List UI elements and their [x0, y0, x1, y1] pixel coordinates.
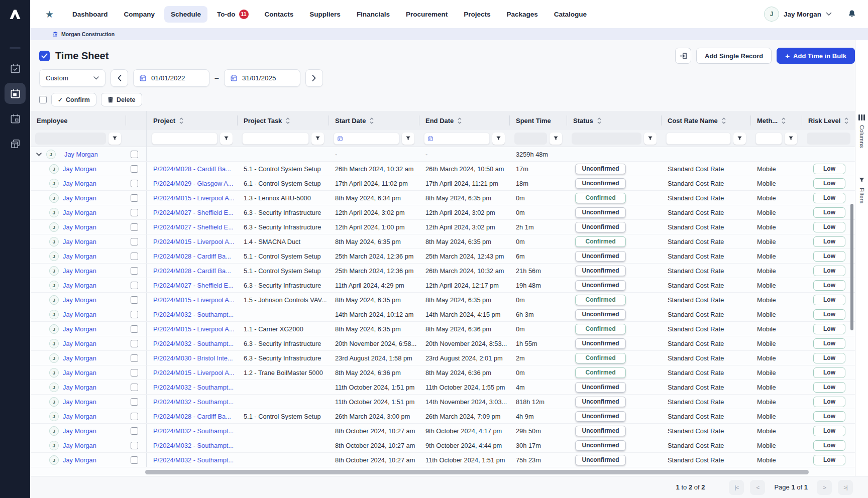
sidebar-item-schedule[interactable]: [5, 108, 26, 129]
filters-panel-toggle[interactable]: Filters: [858, 177, 865, 203]
project-task-filter-input[interactable]: [242, 133, 309, 145]
project-link[interactable]: P/2024/M028 - Cardiff Ba...: [153, 165, 231, 173]
columns-panel-toggle[interactable]: Columns: [858, 114, 865, 148]
row-checkbox[interactable]: [131, 253, 138, 260]
project-link[interactable]: P/2024/M027 - Sheffield E...: [153, 209, 234, 216]
project-filter-input[interactable]: [152, 133, 218, 145]
row-checkbox[interactable]: [131, 267, 138, 275]
employee-link[interactable]: Jay Morgan: [63, 340, 96, 347]
row-checkbox[interactable]: [131, 209, 138, 216]
project-link[interactable]: P/2024/M028 - Cardiff Ba...: [153, 267, 231, 275]
row-checkbox[interactable]: [131, 354, 138, 362]
pagination-last-button[interactable]: >|: [838, 480, 853, 495]
cost-rate-filter-funnel-button[interactable]: [733, 133, 746, 145]
employee-link[interactable]: Jay Morgan: [63, 296, 96, 304]
employee-link[interactable]: Jay Morgan: [63, 413, 96, 420]
add-single-record-button[interactable]: Add Single Record: [696, 48, 772, 64]
topnav-item[interactable]: Contacts: [258, 6, 300, 23]
favorite-star-icon[interactable]: ★: [45, 9, 54, 20]
project-link[interactable]: P/2024/M032 - Southampt...: [153, 340, 234, 347]
vertical-scrollbar[interactable]: [850, 204, 853, 330]
topnav-item[interactable]: Procurement: [399, 6, 454, 23]
row-checkbox[interactable]: [131, 340, 138, 347]
project-link[interactable]: P/2024/M032 - Southampt...: [153, 311, 234, 318]
employee-link[interactable]: Jay Morgan: [63, 209, 96, 216]
column-header-spent-time[interactable]: Spent Time: [509, 111, 567, 130]
employee-link[interactable]: Jay Morgan: [63, 223, 96, 231]
cost-rate-filter-input[interactable]: [666, 133, 731, 145]
project-link[interactable]: P/2024/M015 - Liverpool A...: [153, 238, 234, 245]
column-header-project[interactable]: Project: [147, 111, 237, 130]
group-checkbox[interactable]: [131, 151, 138, 158]
row-checkbox[interactable]: [131, 282, 138, 289]
topnav-item[interactable]: Schedule: [164, 6, 207, 23]
column-header-cost-rate-name[interactable]: Cost Rate Name: [661, 111, 750, 130]
project-link[interactable]: P/2024/M032 - Southampt...: [153, 456, 234, 464]
row-checkbox[interactable]: [131, 413, 138, 420]
row-checkbox[interactable]: [131, 369, 138, 377]
employee-link[interactable]: Jay Morgan: [63, 282, 96, 289]
pagination-previous-button[interactable]: <: [750, 480, 765, 495]
project-link[interactable]: P/2024/M015 - Liverpool A...: [153, 369, 234, 377]
topnav-item[interactable]: Projects: [457, 6, 497, 23]
project-link[interactable]: P/2024/M027 - Sheffield E...: [153, 282, 234, 289]
method-filter-input[interactable]: [755, 133, 782, 145]
employee-link[interactable]: Jay Morgan: [63, 398, 96, 406]
method-filter-funnel-button[interactable]: [785, 133, 797, 145]
start-date-field[interactable]: 01/01/2022: [133, 69, 209, 87]
row-checkbox[interactable]: [131, 194, 138, 202]
project-link[interactable]: P/2024/M015 - Liverpool A...: [153, 194, 234, 202]
range-preset-select[interactable]: Custom: [39, 69, 105, 87]
project-link[interactable]: P/2024/M028 - Cardiff Ba...: [153, 253, 231, 260]
export-button[interactable]: [675, 48, 691, 64]
confirm-button[interactable]: ✓Confirm: [51, 93, 96, 106]
pagination-first-button[interactable]: |<: [729, 480, 744, 495]
employee-link[interactable]: Jay Morgan: [63, 325, 96, 333]
project-link[interactable]: P/2024/M015 - Liverpool A...: [153, 296, 234, 304]
column-header-project-task[interactable]: Project Task: [237, 111, 329, 130]
employee-link[interactable]: Jay Morgan: [63, 442, 96, 449]
group-collapse-chevron-icon[interactable]: [36, 151, 42, 157]
column-header-status[interactable]: Status: [567, 111, 661, 130]
row-checkbox[interactable]: [131, 456, 138, 464]
employee-link[interactable]: Jay Morgan: [63, 369, 96, 377]
status-filter-funnel-button[interactable]: [644, 133, 657, 145]
row-checkbox[interactable]: [131, 427, 138, 435]
add-time-in-bulk-button[interactable]: +Add Time in Bulk: [777, 48, 855, 64]
notifications-bell-icon[interactable]: [847, 9, 857, 20]
employee-link[interactable]: Jay Morgan: [63, 194, 96, 202]
employee-link[interactable]: Jay Morgan: [63, 253, 96, 260]
end-date-filter-funnel-button[interactable]: [492, 133, 505, 145]
end-date-field[interactable]: 31/01/2025: [224, 69, 300, 87]
row-checkbox[interactable]: [131, 180, 138, 187]
employee-link[interactable]: Jay Morgan: [63, 165, 96, 173]
group-employee-link[interactable]: Jay Morgan: [64, 151, 98, 158]
column-header-start-date[interactable]: Start Date: [329, 111, 419, 130]
column-header-risk-level[interactable]: Risk Level: [802, 111, 855, 130]
spent-time-filter-funnel-button[interactable]: [550, 133, 562, 145]
employee-filter-funnel-button[interactable]: [108, 133, 121, 145]
topnav-item[interactable]: Dashboard: [66, 6, 115, 23]
employee-link[interactable]: Jay Morgan: [63, 354, 96, 362]
row-checkbox[interactable]: [131, 223, 138, 231]
column-header-employee[interactable]: Employee: [30, 111, 126, 130]
row-checkbox[interactable]: [131, 442, 138, 449]
topnav-item[interactable]: Financials: [350, 6, 396, 23]
project-link[interactable]: P/2024/M029 - Glasgow A...: [153, 180, 233, 187]
column-header-method[interactable]: Meth...: [750, 111, 802, 130]
employee-link[interactable]: Jay Morgan: [63, 180, 96, 187]
employee-link[interactable]: Jay Morgan: [63, 427, 96, 435]
employee-link[interactable]: Jay Morgan: [63, 311, 96, 318]
project-link[interactable]: P/2024/M032 - Southampt...: [153, 398, 234, 406]
previous-period-button[interactable]: [111, 69, 128, 87]
project-link[interactable]: P/2024/M028 - Cardiff Ba...: [153, 413, 231, 420]
employee-link[interactable]: Jay Morgan: [63, 267, 96, 275]
project-link[interactable]: P/2024/M015 - Liverpool A...: [153, 325, 234, 333]
row-checkbox[interactable]: [131, 311, 138, 318]
sidebar-item-records[interactable]: [5, 133, 26, 154]
employee-link[interactable]: Jay Morgan: [63, 238, 96, 245]
row-checkbox[interactable]: [131, 165, 138, 173]
employee-link[interactable]: Jay Morgan: [63, 384, 96, 391]
delete-button[interactable]: Delete: [101, 93, 142, 106]
topnav-item[interactable]: To-do 11: [210, 5, 255, 24]
